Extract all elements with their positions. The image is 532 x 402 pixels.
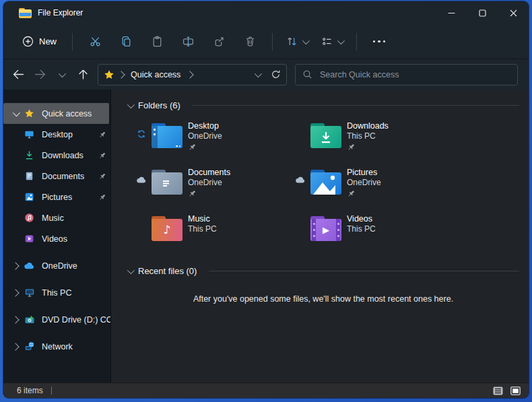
collapse-chevron-icon[interactable] bbox=[3, 111, 24, 116]
collapse-chevron-icon[interactable] bbox=[127, 100, 135, 108]
tile-name: Pictures bbox=[347, 168, 381, 177]
chevron-down-icon bbox=[337, 36, 345, 44]
pin-icon[interactable] bbox=[94, 131, 111, 139]
delete-button[interactable] bbox=[235, 30, 265, 54]
new-button[interactable]: New bbox=[14, 32, 65, 51]
pin-icon bbox=[347, 189, 381, 199]
sidebar-item-desktop[interactable]: Desktop bbox=[3, 124, 111, 145]
address-dropdown-chevron-icon[interactable] bbox=[255, 69, 262, 77]
details-view-button[interactable] bbox=[491, 384, 504, 397]
chevron-down-icon bbox=[302, 36, 310, 44]
cloud-overlay-icon bbox=[135, 176, 147, 184]
downloads-icon bbox=[24, 150, 35, 160]
forward-button[interactable] bbox=[29, 64, 51, 86]
toolbar-separator bbox=[72, 33, 73, 51]
section-divider bbox=[193, 105, 519, 106]
quick-access-star-icon bbox=[24, 108, 35, 119]
window-controls bbox=[436, 1, 529, 24]
pictures-icon bbox=[24, 192, 35, 202]
expand-chevron-icon[interactable] bbox=[3, 317, 24, 323]
maximize-icon bbox=[479, 9, 486, 17]
music-note-glyph: ♪ bbox=[164, 224, 171, 236]
sidebar-item-quick-access[interactable]: Quick access bbox=[3, 103, 109, 124]
sidebar-item-pictures[interactable]: Pictures bbox=[3, 187, 111, 207]
address-bar[interactable]: Quick access bbox=[98, 64, 287, 86]
share-button[interactable] bbox=[204, 30, 234, 54]
search-box[interactable] bbox=[295, 64, 518, 86]
folders-header-label: Folders (6) bbox=[138, 100, 180, 110]
delete-icon bbox=[244, 36, 256, 47]
rename-button[interactable] bbox=[173, 30, 203, 54]
expand-chevron-icon[interactable] bbox=[3, 344, 24, 349]
folder-tile-downloads[interactable]: Downloads This PC bbox=[292, 120, 451, 160]
rename-icon bbox=[182, 36, 194, 47]
up-button[interactable] bbox=[72, 64, 94, 86]
documents-icon bbox=[24, 171, 35, 181]
details-view-icon bbox=[493, 387, 503, 395]
maximize-button[interactable] bbox=[467, 1, 498, 24]
desktop-folder-icon bbox=[152, 123, 182, 148]
minimize-icon bbox=[448, 9, 455, 17]
pin-icon bbox=[347, 143, 389, 152]
view-button[interactable] bbox=[315, 30, 349, 54]
folders-grid: Desktop OneDrive Downloads This PC bbox=[133, 120, 519, 253]
tile-name: Downloads bbox=[347, 121, 389, 131]
tile-location: OneDrive bbox=[347, 178, 381, 187]
paste-button[interactable] bbox=[142, 30, 172, 54]
recent-locations-button[interactable] bbox=[51, 64, 72, 86]
plus-circle-icon bbox=[22, 36, 34, 47]
toolbar-separator bbox=[356, 33, 357, 51]
copy-icon bbox=[121, 36, 132, 47]
folder-tile-videos[interactable]: ▶ Videos This PC bbox=[292, 213, 451, 253]
sort-button[interactable] bbox=[280, 30, 314, 54]
close-button[interactable] bbox=[498, 1, 529, 24]
sidebar-item-documents[interactable]: Documents bbox=[3, 166, 111, 187]
see-more-button[interactable] bbox=[364, 30, 394, 54]
breadcrumb-chevron-icon[interactable] bbox=[187, 71, 194, 78]
onedrive-cloud-icon bbox=[24, 261, 35, 270]
pin-icon[interactable] bbox=[94, 193, 111, 201]
large-thumbnails-view-icon bbox=[510, 387, 521, 395]
tile-name: Desktop bbox=[188, 121, 222, 131]
pin-icon[interactable] bbox=[94, 152, 111, 160]
sidebar-item-dvd-drive[interactable]: DVD Drive (D:) CCCC bbox=[3, 309, 111, 330]
cut-button[interactable] bbox=[80, 30, 110, 54]
videos-folder-icon: ▶ bbox=[310, 216, 341, 241]
tile-name: Documents bbox=[188, 168, 230, 177]
back-button[interactable] bbox=[7, 64, 29, 86]
folder-tile-pictures[interactable]: Pictures OneDrive bbox=[292, 166, 451, 207]
minimize-button[interactable] bbox=[436, 1, 467, 24]
network-icon bbox=[24, 341, 35, 351]
refresh-button[interactable] bbox=[271, 69, 281, 79]
expand-chevron-icon[interactable] bbox=[3, 290, 24, 296]
pin-icon[interactable] bbox=[94, 172, 111, 180]
tile-name: Music bbox=[188, 214, 217, 224]
sidebar-item-videos[interactable]: Videos bbox=[3, 228, 111, 249]
sidebar-item-label: Documents bbox=[42, 172, 94, 181]
folder-tile-documents[interactable]: Documents OneDrive bbox=[133, 166, 292, 207]
music-icon bbox=[24, 213, 35, 223]
sort-icon bbox=[286, 36, 298, 47]
sidebar-item-label: Pictures bbox=[42, 193, 94, 202]
toolbar-separator bbox=[272, 33, 273, 51]
breadcrumb-chevron-icon[interactable] bbox=[117, 71, 125, 78]
sidebar-item-this-pc[interactable]: This PC bbox=[3, 282, 111, 303]
copy-button[interactable] bbox=[111, 30, 141, 54]
recent-files-section-header: Recent files (0) bbox=[127, 266, 519, 276]
folder-tile-desktop[interactable]: Desktop OneDrive bbox=[133, 120, 292, 160]
collapse-chevron-icon[interactable] bbox=[127, 266, 135, 273]
large-thumbnails-view-button[interactable] bbox=[508, 384, 522, 397]
sidebar-item-label: OneDrive bbox=[42, 261, 111, 271]
chevron-down-icon bbox=[59, 69, 66, 77]
expand-chevron-icon[interactable] bbox=[3, 263, 24, 269]
quick-access-star-icon[interactable] bbox=[104, 69, 114, 80]
status-bar: 6 items bbox=[3, 382, 529, 398]
sidebar-item-network[interactable]: Network bbox=[3, 336, 111, 357]
sidebar-item-music[interactable]: Music bbox=[3, 207, 111, 228]
folder-tile-music[interactable]: ♪ Music This PC bbox=[133, 213, 292, 253]
sidebar-item-onedrive[interactable]: OneDrive bbox=[3, 255, 111, 276]
breadcrumb-quick-access[interactable]: Quick access bbox=[128, 69, 183, 81]
sidebar-item-downloads[interactable]: Downloads bbox=[3, 145, 111, 166]
search-input[interactable] bbox=[319, 69, 510, 80]
sidebar-item-label: Downloads bbox=[42, 151, 94, 160]
